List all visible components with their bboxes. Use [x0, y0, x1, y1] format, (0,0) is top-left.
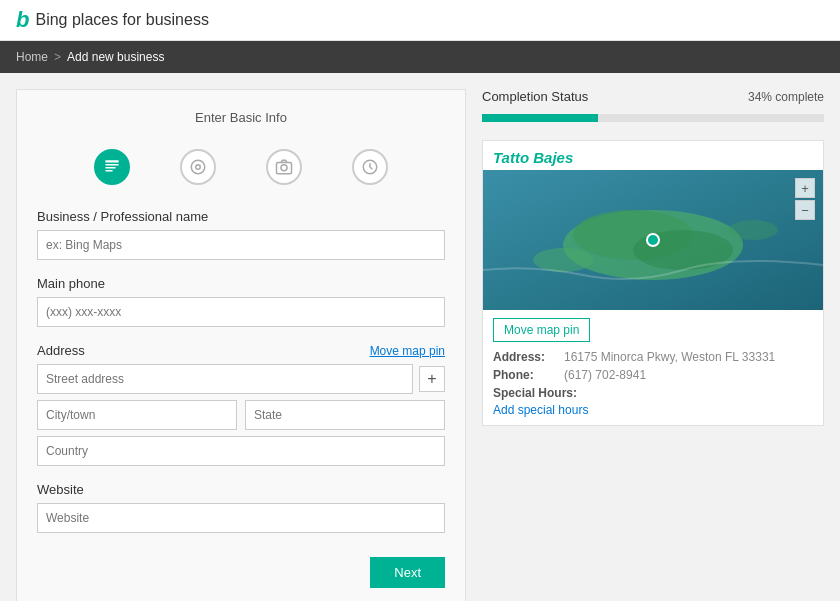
phone-info-label: Phone: [493, 368, 558, 382]
map-zoom-controls: + − [795, 178, 815, 220]
city-input[interactable] [37, 400, 237, 430]
svg-rect-1 [105, 164, 119, 166]
breadcrumb: Home > Add new business [0, 41, 840, 73]
business-name-label: Business / Professional name [37, 209, 445, 224]
map-pin [646, 233, 660, 247]
map-title-area: Tatto Bajes [483, 141, 823, 170]
country-input[interactable] [37, 436, 445, 466]
svg-point-5 [196, 165, 201, 170]
breadcrumb-separator: > [54, 50, 61, 64]
header-title: Bing places for business [35, 11, 208, 29]
step-3-photos[interactable] [266, 149, 302, 185]
zoom-in-button[interactable]: + [795, 178, 815, 198]
website-group: Website [37, 482, 445, 533]
completion-label: Completion Status [482, 89, 588, 104]
progress-bar-background [482, 114, 824, 122]
special-hours-label: Special Hours: [493, 386, 813, 400]
address-info-value: 16175 Minorca Pkwy, Weston FL 33331 [564, 350, 775, 364]
map-image: + − [483, 170, 823, 310]
step-indicators [37, 149, 445, 185]
completion-percent: 34% complete [748, 90, 824, 104]
logo: b Bing places for business [16, 7, 209, 33]
step-4-hours[interactable] [352, 149, 388, 185]
map-preview-card: Tatto Bajes [482, 140, 824, 426]
breadcrumb-home[interactable]: Home [16, 50, 48, 64]
website-input[interactable] [37, 503, 445, 533]
right-panel: Completion Status 34% complete Tatto Baj… [482, 89, 824, 601]
zoom-out-button[interactable]: − [795, 200, 815, 220]
state-input[interactable] [245, 400, 445, 430]
map-card-body: Move map pin Address: 16175 Minorca Pkwy… [483, 310, 823, 425]
map-biz-name: Tatto Bajes [493, 149, 813, 166]
svg-rect-0 [105, 160, 119, 162]
main-content: Enter Basic Info [0, 73, 840, 601]
phone-input[interactable] [37, 297, 445, 327]
camera-icon [275, 158, 293, 176]
svg-rect-2 [105, 167, 116, 169]
svg-point-14 [728, 220, 778, 240]
step-2-categories[interactable] [180, 149, 216, 185]
form-icon [103, 158, 121, 176]
breadcrumb-current: Add new business [67, 50, 164, 64]
phone-info-value: (617) 702-8941 [564, 368, 646, 382]
add-special-hours-link[interactable]: Add special hours [493, 403, 588, 417]
phone-group: Main phone [37, 276, 445, 327]
street-address-input[interactable] [37, 364, 413, 394]
phone-label: Main phone [37, 276, 445, 291]
business-name-input[interactable] [37, 230, 445, 260]
completion-header: Completion Status 34% complete [482, 89, 824, 104]
move-map-pin-link[interactable]: Move map pin [370, 344, 445, 358]
address-info-label: Address: [493, 350, 558, 364]
svg-rect-3 [105, 170, 113, 172]
add-address-line-button[interactable]: + [419, 366, 445, 392]
address-group: Address Move map pin + [37, 343, 445, 466]
business-name-group: Business / Professional name [37, 209, 445, 260]
address-row-2 [37, 400, 445, 430]
tag-icon [189, 158, 207, 176]
form-actions: Next [37, 557, 445, 588]
address-line-1: + [37, 364, 445, 394]
bing-logo-b: b [16, 7, 29, 33]
step-1-basic-info[interactable] [94, 149, 130, 185]
svg-point-4 [191, 160, 205, 174]
form-title: Enter Basic Info [37, 110, 445, 125]
address-label: Address [37, 343, 85, 358]
form-panel: Enter Basic Info [16, 89, 466, 601]
address-info-row: Address: 16175 Minorca Pkwy, Weston FL 3… [493, 350, 813, 364]
svg-point-7 [281, 165, 287, 171]
website-label: Website [37, 482, 445, 497]
progress-bar-fill [482, 114, 598, 122]
move-map-pin-button[interactable]: Move map pin [493, 318, 590, 342]
address-header-row: Address Move map pin [37, 343, 445, 358]
phone-info-row: Phone: (617) 702-8941 [493, 368, 813, 382]
next-button[interactable]: Next [370, 557, 445, 588]
header: b Bing places for business [0, 0, 840, 41]
clock-icon [361, 158, 379, 176]
